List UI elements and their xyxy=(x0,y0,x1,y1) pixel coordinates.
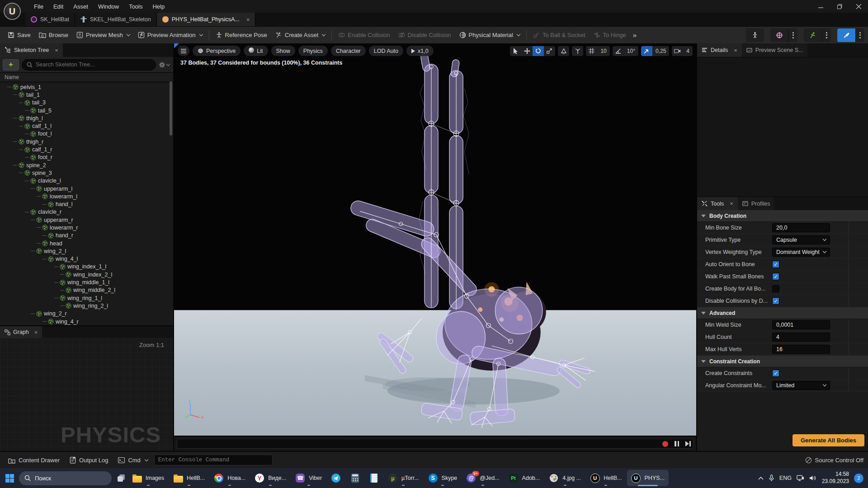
grid-snap-icon[interactable] xyxy=(586,46,597,56)
grid-snap-value[interactable]: 10 xyxy=(597,46,609,56)
angular-constraint-mo-select[interactable]: Limited xyxy=(772,381,830,390)
bodies-mode-button[interactable] xyxy=(770,28,788,42)
menu-tools[interactable]: Tools xyxy=(124,0,147,13)
simulation-mode-options-icon[interactable] xyxy=(822,28,831,42)
tab-close-icon[interactable]: × xyxy=(246,16,250,23)
play-speed-button[interactable]: x1,0 xyxy=(406,46,434,56)
taskbar-app-skype[interactable]: SSkype xyxy=(424,470,462,486)
tree-node-upperarm_r[interactable]: upperarm_r xyxy=(0,216,173,224)
taskbar-app-viber[interactable]: ☎Viber xyxy=(291,470,326,486)
preview-scene-settings-tab[interactable]: Preview Scene S... xyxy=(742,43,808,57)
scale-tool-icon[interactable] xyxy=(544,46,555,56)
character-button[interactable]: Character xyxy=(331,46,366,56)
tree-node-hand_l[interactable]: hand_l xyxy=(0,200,173,208)
tree-node-head[interactable]: head xyxy=(0,239,173,247)
min-weld-size-input[interactable]: 0,0001 xyxy=(772,320,830,329)
lit-button[interactable]: Lit xyxy=(244,46,268,56)
coordinate-space-icon[interactable] xyxy=(572,46,583,56)
viewport-menu-button[interactable] xyxy=(178,46,189,56)
close-icon[interactable]: × xyxy=(730,200,733,207)
tab-skel-hellbat-skeleton[interactable]: SKEL_HellBat_Skeleton xyxy=(75,13,157,26)
tree-settings-button[interactable] xyxy=(159,61,170,68)
tree-node-wing_index_2_l[interactable]: wing_index_2_l xyxy=(0,271,173,278)
menu-edit[interactable]: Edit xyxy=(48,0,68,13)
volume-icon[interactable] xyxy=(809,475,817,481)
tree-node-tail_1[interactable]: tail_1 xyxy=(0,91,173,99)
taskbar-app-torr[interactable]: µµTorr... xyxy=(384,470,423,486)
scale-snap-icon[interactable] xyxy=(641,46,652,56)
minimize-icon[interactable] xyxy=(811,0,830,13)
create-body-for-all-bo-checkbox[interactable]: ✓ xyxy=(772,285,779,292)
hull-count-input[interactable]: 4 xyxy=(772,333,830,342)
select-tool-icon[interactable] xyxy=(510,46,521,56)
pause-icon[interactable] xyxy=(675,441,679,446)
task-view-button[interactable] xyxy=(116,473,126,483)
create-asset-button[interactable]: Create Asset xyxy=(271,28,329,42)
source-control-button[interactable]: Source Control Off xyxy=(805,457,863,464)
section-header-advanced[interactable]: Advanced xyxy=(697,307,868,319)
taskbar-app-images[interactable]: Images xyxy=(128,470,168,486)
clock[interactable]: 14:58 23.09.2023 xyxy=(822,471,849,485)
walk-past-small-bones-checkbox[interactable]: ✓ xyxy=(772,273,779,280)
to-ball-socket-button[interactable]: To Ball & Socket xyxy=(529,28,590,42)
camera-speed-icon[interactable] xyxy=(672,46,683,56)
close-icon[interactable]: × xyxy=(34,329,38,336)
rotation-snap-icon[interactable] xyxy=(613,46,624,56)
timeline-scrubber[interactable] xyxy=(177,439,693,449)
tree-node-wing_4_r[interactable]: wing_4_r xyxy=(0,318,173,325)
taskbar-app-4jpg[interactable]: 4.jpg ... xyxy=(545,470,585,486)
skeleton-tree-list[interactable]: pelvis_1tail_1tail_3tail_5thigh_lcalf_1_… xyxy=(0,82,173,325)
taskbar-app-[interactable]: YВиде... xyxy=(250,470,290,486)
microphone-icon[interactable] xyxy=(769,474,774,482)
close-icon[interactable]: × xyxy=(734,47,737,54)
record-icon[interactable] xyxy=(662,441,668,447)
add-button[interactable]: + xyxy=(3,59,19,70)
tree-node-calf_1_l[interactable]: calf_1_l xyxy=(0,122,173,130)
tree-node-clavicle_l[interactable]: clavicle_l xyxy=(0,177,173,185)
primitive-type-select[interactable]: Capsule xyxy=(772,235,830,244)
max-hull-verts-input[interactable]: 16 xyxy=(772,345,830,354)
skeleton-tree-search-input[interactable]: Search Skeleton Tree... xyxy=(22,59,156,70)
taskbar-app-jed[interactable]: @9+@Jed... xyxy=(462,470,503,486)
create-constraints-checkbox[interactable]: ✓ xyxy=(772,370,779,377)
min-bone-size-input[interactable]: 20,0 xyxy=(772,223,830,232)
restore-icon[interactable] xyxy=(830,0,849,13)
viewport-3d[interactable]: Perspective Lit Show Physics Character L… xyxy=(174,43,696,436)
output-log-button[interactable]: Output Log xyxy=(66,454,112,466)
tree-node-wing_2_l[interactable]: wing_2_l xyxy=(0,247,173,255)
tree-node-hand_r[interactable]: hand_r xyxy=(0,232,173,239)
translate-tool-icon[interactable] xyxy=(521,46,533,56)
taskbar-search-input[interactable]: Поиск xyxy=(19,471,112,485)
tree-node-wing_ring_1_l[interactable]: wing_ring_1_l xyxy=(0,294,173,302)
auto-orient-to-bone-checkbox[interactable]: ✓ xyxy=(772,261,779,268)
generate-all-bodies-button[interactable]: Generate All Bodies xyxy=(793,434,864,446)
tree-node-wing_ring_2_l[interactable]: wing_ring_2_l xyxy=(0,302,173,310)
physics-button[interactable]: Physics xyxy=(298,46,328,56)
section-header-body-creation[interactable]: Body Creation xyxy=(697,210,868,222)
rotate-tool-icon[interactable] xyxy=(533,46,544,56)
tree-node-thigh_l[interactable]: thigh_l xyxy=(0,114,173,122)
tray-expand-icon[interactable] xyxy=(758,476,764,480)
taskbar-app-adob[interactable]: PtAdob... xyxy=(505,470,544,486)
tools-tab[interactable]: Tools × xyxy=(697,197,738,210)
tree-node-spine_2[interactable]: spine_2 xyxy=(0,161,173,169)
tree-node-tail_3[interactable]: tail_3 xyxy=(0,99,173,107)
show-button[interactable]: Show xyxy=(271,46,295,56)
simulation-mode-button[interactable] xyxy=(804,28,822,42)
taskbar-app-telegram[interactable] xyxy=(327,470,345,486)
tree-node-foot_r[interactable]: foot_r xyxy=(0,154,173,161)
taskbar-app-[interactable]: Нова... xyxy=(210,470,250,486)
start-button[interactable] xyxy=(5,473,14,483)
tree-node-upperarm_l[interactable]: upperarm_l xyxy=(0,185,173,192)
rotation-snap-value[interactable]: 10° xyxy=(624,46,638,56)
skeleton-tree-tab[interactable]: Skeleton Tree × xyxy=(0,43,63,57)
tree-node-wing_middle_1_l[interactable]: wing_middle_1_l xyxy=(0,278,173,286)
disable-collisions-by-d-checkbox[interactable]: ✓ xyxy=(772,297,779,305)
toolbar-overflow-chevron[interactable]: » xyxy=(633,31,636,39)
tab-sk-hellbat[interactable]: SK_HellBat xyxy=(25,13,75,26)
taskbar-app-notepad[interactable] xyxy=(365,470,383,486)
menu-window[interactable]: Window xyxy=(93,0,124,13)
tree-node-thigh_r[interactable]: thigh_r xyxy=(0,138,173,145)
to-hinge-button[interactable]: To Hinge xyxy=(590,28,630,42)
details-tab[interactable]: Details × xyxy=(697,43,742,57)
